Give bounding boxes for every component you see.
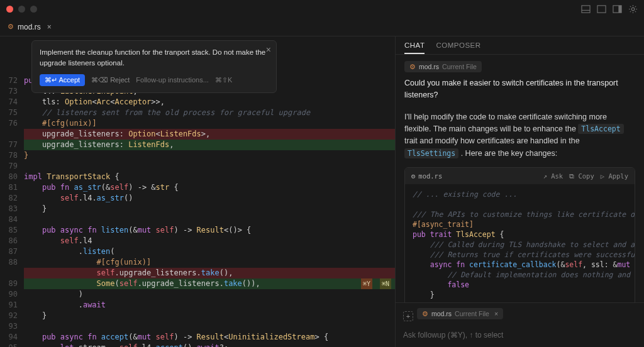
rust-file-icon: ⚙ [409,63,416,70]
tab-chat[interactable]: CHAT [404,41,425,54]
chip-close-icon[interactable]: × [494,310,498,317]
svg-point-5 [631,8,635,11]
window-minimize-icon[interactable] [18,6,25,13]
ask-button[interactable]: ↗ Ask [543,171,563,181]
tab-close-icon[interactable]: × [47,23,52,31]
layout-bottom-icon[interactable] [597,4,606,14]
context-suffix: Current File [442,63,477,70]
tab-composer[interactable]: COMPOSER [436,41,480,49]
rust-file-icon: ⚙ [8,23,14,31]
editor-tab-bar: ⚙ mod.rs × [0,18,644,36]
svg-rect-0 [582,5,590,12]
assistant-message: I'll help modify the code to make certif… [404,111,635,160]
code-block-actions: ↗ Ask ⧉ Copy ▷ Apply [543,171,628,181]
close-icon[interactable]: × [266,45,271,55]
followup-placeholder: Follow-up instructions... [136,76,209,84]
svg-rect-4 [618,5,621,12]
code-ref-tlssettings: TlsSettings [404,148,458,158]
input-context-chip[interactable]: ⚙ mod.rs Current File × [417,308,503,319]
context-filename: mod.rs [419,63,439,70]
chat-input[interactable]: Ask followup (⌘Y), ↑ to select [403,328,636,342]
line-gutter: 7273747576777879808182838485868788899091… [0,75,24,347]
window-controls [6,6,37,13]
editor-pane: × Implement the cleanup function for the… [0,36,395,347]
code-block-filename[interactable]: ⚙ mod.rs [411,171,442,181]
suggestion-text: Implement the cleanup function for the t… [40,47,269,69]
layout-panel-icon[interactable] [581,4,591,14]
user-message: Could you make it easier to switch certi… [404,77,635,101]
chat-tabs: CHAT COMPOSER [396,36,644,55]
titlebar-actions [581,4,638,14]
code-block-header: ⚙ mod.rs ↗ Ask ⧉ Copy ▷ Apply [405,168,635,184]
rust-file-icon: ⚙ [422,310,428,317]
chat-input-area: + ⚙ mod.rs Current File × Ask followup (… [396,302,644,347]
code-block-body[interactable]: // ... existing code ... /// The APIs to… [405,184,635,302]
editor-tab-modrs[interactable]: ⚙ mod.rs × [0,18,59,36]
code-ref-tlsaccept: TlsAccept [578,124,623,134]
svg-rect-2 [597,5,606,12]
inline-suggestion-box: × Implement the cleanup function for the… [31,40,277,93]
context-file-chip[interactable]: ⚙ mod.rs Current File [404,61,482,72]
accept-button[interactable]: ⌘↵ Accept [40,74,85,86]
chat-body: ⚙ mod.rs Current File Could you make it … [396,55,644,302]
copy-button[interactable]: ⧉ Copy [569,171,594,181]
layout-sidebar-right-icon[interactable] [613,4,622,14]
reject-button[interactable]: ⌘⌫ Reject [91,76,130,84]
followup-shortcut: ⌘⇧K [215,76,232,84]
tab-filename: mod.rs [18,23,41,31]
add-context-button[interactable]: + [403,311,413,321]
rust-file-icon: ⚙ [411,171,415,181]
window-titlebar [0,0,644,18]
code-block: ⚙ mod.rs ↗ Ask ⧉ Copy ▷ Apply // ... exi… [404,167,635,302]
code-content[interactable]: pub(crate) struct TransportStack { l4: L… [24,75,395,347]
gear-icon[interactable] [628,4,638,14]
window-maximize-icon[interactable] [30,6,37,13]
window-close-icon[interactable] [6,6,13,13]
apply-button[interactable]: ▷ Apply [601,171,628,181]
chat-pane: CHAT COMPOSER ⚙ mod.rs Current File Coul… [395,36,644,347]
